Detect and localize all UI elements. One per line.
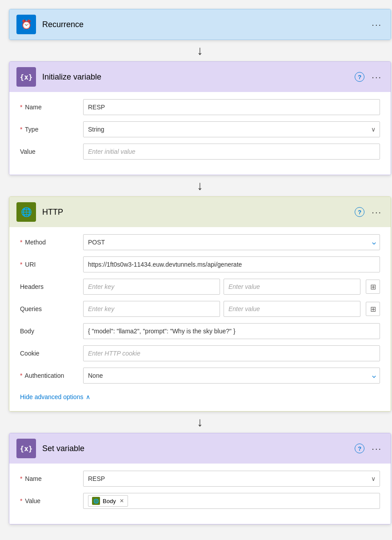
http-queries-add-button[interactable]: ⊞ <box>366 302 380 316</box>
recurrence-icon: ⏰ <box>16 15 36 34</box>
set-variable-actions: ? ··· <box>355 444 384 454</box>
set-variable-help-button[interactable]: ? <box>355 444 364 453</box>
http-headers-add-button[interactable]: ⊞ <box>366 280 380 294</box>
recurrence-title: Recurrence <box>42 20 364 29</box>
arrow-1: ↓ <box>197 40 203 61</box>
init-variable-help-button[interactable]: ? <box>355 72 364 82</box>
http-auth-row: * Authentication None Basic Client Certi… <box>20 368 380 384</box>
set-variable-body: * Name RESP ∨ * Value 🌐 <box>9 464 391 524</box>
http-body: * Method POST GET PUT DELETE PATCH HEAD … <box>9 227 391 411</box>
http-headers-row: Headers ⊞ <box>20 279 380 295</box>
set-variable-header: {x} Set variable ? ··· <box>9 433 391 464</box>
http-method-label: * Method <box>20 239 78 246</box>
http-uri-input[interactable] <box>83 256 380 272</box>
question-mark-icon-2: ? <box>358 209 361 216</box>
http-queries-key-input[interactable] <box>83 301 220 317</box>
http-auth-select-wrapper: None Basic Client Certificate Active Dir… <box>83 368 380 384</box>
recurrence-actions: ··· <box>370 20 384 30</box>
hide-advanced-label: Hide advanced options <box>20 393 83 400</box>
init-variable-actions: ? ··· <box>355 72 384 82</box>
http-queries-row: Queries ⊞ <box>20 301 380 317</box>
http-queries-inputs <box>83 301 360 317</box>
body-chip: 🌐 Body ✕ <box>88 495 128 507</box>
init-name-label: * Name <box>20 104 78 111</box>
init-name-row: * Name <box>20 99 380 115</box>
http-headers-inputs <box>83 279 360 295</box>
init-value-row: Value <box>20 144 380 160</box>
init-type-select-wrapper: String Integer Float Boolean Array Objec… <box>83 121 380 137</box>
http-help-button[interactable]: ? <box>355 207 364 217</box>
http-card: 🌐 HTTP ? ··· * Method POST GET <box>9 196 391 412</box>
flow-container: ⏰ Recurrence ··· ↓ {x} Initialize variab… <box>9 9 391 524</box>
set-value-required-star: * <box>20 497 22 504</box>
http-header: 🌐 HTTP ? ··· <box>9 197 391 227</box>
method-required-star: * <box>20 239 22 246</box>
http-cookie-label: Cookie <box>20 350 78 357</box>
hide-advanced-button[interactable]: Hide advanced options ∧ <box>20 390 90 402</box>
http-method-row: * Method POST GET PUT DELETE PATCH HEAD … <box>20 234 380 250</box>
set-value-label: * Value <box>20 497 78 504</box>
set-variable-card: {x} Set variable ? ··· * Name RESP <box>9 433 391 524</box>
init-value-label: Value <box>20 148 78 155</box>
init-type-label: * Type <box>20 126 78 133</box>
type-required-star: * <box>20 126 22 133</box>
http-title: HTTP <box>42 208 348 217</box>
set-name-select[interactable]: RESP <box>83 471 380 487</box>
http-headers-value-input[interactable] <box>224 279 360 295</box>
name-required-star: * <box>20 104 22 111</box>
set-name-select-wrapper: RESP ∨ <box>83 471 380 487</box>
init-type-row: * Type String Integer Float Boolean Arra… <box>20 121 380 137</box>
uri-required-star: * <box>20 261 22 268</box>
http-auth-select[interactable]: None Basic Client Certificate Active Dir… <box>83 368 380 384</box>
http-icon: 🌐 <box>16 202 36 222</box>
http-queries-value-input[interactable] <box>224 301 360 317</box>
recurrence-card: ⏰ Recurrence ··· <box>9 9 391 40</box>
http-cookie-input[interactable] <box>83 345 380 361</box>
grid-icon-2: ⊞ <box>370 305 376 313</box>
chevron-up-icon: ∧ <box>86 393 90 400</box>
http-method-select[interactable]: POST GET PUT DELETE PATCH HEAD OPTIONS <box>83 234 380 250</box>
init-variable-title: Initialize variable <box>42 72 348 82</box>
set-name-label: * Name <box>20 475 78 482</box>
http-headers-label: Headers <box>20 283 78 290</box>
set-name-required-star: * <box>20 475 22 482</box>
http-body-row: Body <box>20 323 380 339</box>
braces-icon: {x} <box>20 73 33 81</box>
init-name-input[interactable] <box>83 99 380 115</box>
recurrence-header: ⏰ Recurrence ··· <box>9 9 391 40</box>
http-actions: ? ··· <box>355 207 384 217</box>
http-headers-key-input[interactable] <box>83 279 220 295</box>
question-mark-icon-3: ? <box>358 445 361 452</box>
body-chip-label: Body <box>103 498 116 504</box>
http-uri-row: * URI <box>20 256 380 272</box>
http-uri-label: * URI <box>20 261 78 268</box>
globe-icon: 🌐 <box>21 207 32 217</box>
set-variable-more-button[interactable]: ··· <box>370 444 384 454</box>
init-value-input[interactable] <box>83 144 380 160</box>
http-body-label: Body <box>20 328 78 335</box>
init-variable-body: * Name * Type String Integer Float Boole… <box>9 92 391 175</box>
auth-required-star: * <box>20 372 22 379</box>
question-mark-icon: ? <box>358 74 361 80</box>
body-chip-close-button[interactable]: ✕ <box>120 498 124 504</box>
set-variable-icon: {x} <box>16 439 36 458</box>
http-more-button[interactable]: ··· <box>370 207 384 217</box>
http-queries-label: Queries <box>20 305 78 312</box>
http-method-select-wrapper: POST GET PUT DELETE PATCH HEAD OPTIONS ⌵ <box>83 234 380 250</box>
init-variable-icon: {x} <box>16 67 36 87</box>
http-cookie-row: Cookie <box>20 345 380 361</box>
down-arrow-icon-1: ↓ <box>197 44 203 58</box>
arrow-3: ↓ <box>197 412 203 433</box>
body-chip-icon: 🌐 <box>92 497 100 505</box>
set-value-field[interactable]: 🌐 Body ✕ <box>83 493 380 509</box>
http-body-input[interactable] <box>83 323 380 339</box>
set-name-row: * Name RESP ∨ <box>20 471 380 487</box>
set-variable-title: Set variable <box>42 444 348 453</box>
init-type-select[interactable]: String Integer Float Boolean Array Objec… <box>83 121 380 137</box>
recurrence-more-button[interactable]: ··· <box>370 20 384 30</box>
init-variable-more-button[interactable]: ··· <box>370 72 384 82</box>
init-variable-card: {x} Initialize variable ? ··· * Name <box>9 61 391 175</box>
down-arrow-icon-2: ↓ <box>197 179 203 193</box>
set-var-braces-icon: {x} <box>20 444 33 453</box>
grid-icon-1: ⊞ <box>370 283 376 291</box>
